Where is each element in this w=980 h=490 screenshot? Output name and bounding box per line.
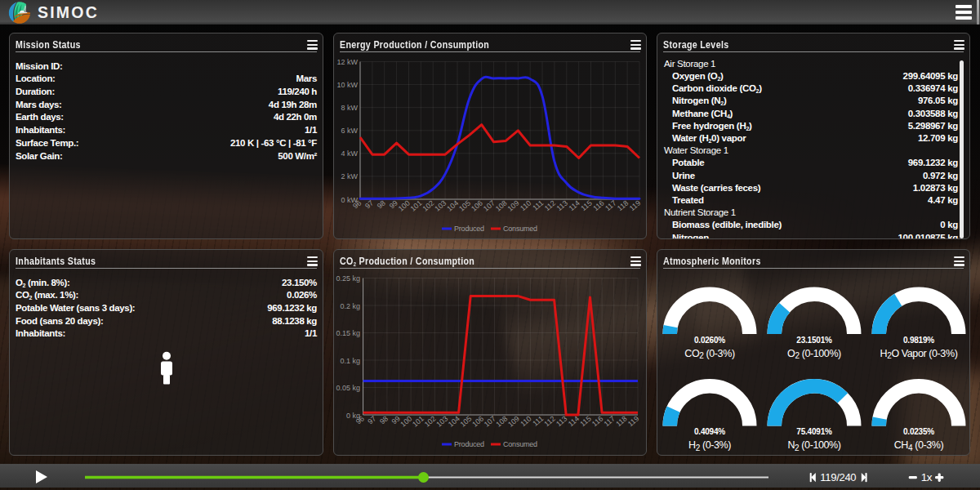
svg-text:75.4091%: 75.4091% bbox=[796, 427, 832, 436]
svg-text:Produced: Produced bbox=[454, 440, 484, 448]
svg-text:119: 119 bbox=[628, 198, 642, 212]
svg-text:0.0260%: 0.0260% bbox=[694, 336, 725, 345]
svg-text:98: 98 bbox=[378, 414, 390, 425]
svg-text:H2O Vapor (0-3%): H2O Vapor (0-3%) bbox=[880, 348, 958, 361]
svg-text:119: 119 bbox=[626, 414, 640, 428]
svg-text:12 kW: 12 kW bbox=[336, 58, 358, 66]
svg-text:119/240: 119/240 bbox=[820, 471, 856, 483]
svg-text:0.15 kg: 0.15 kg bbox=[336, 329, 360, 337]
svg-text:97: 97 bbox=[366, 414, 377, 425]
svg-text:Consumed: Consumed bbox=[503, 440, 537, 448]
svg-text:0.9819%: 0.9819% bbox=[903, 336, 934, 345]
svg-text:0.0235%: 0.0235% bbox=[903, 427, 934, 436]
svg-text:H2 (0-3%): H2 (0-3%) bbox=[688, 439, 731, 452]
svg-text:CO2 (0-3%): CO2 (0-3%) bbox=[684, 348, 735, 361]
svg-text:0.4094%: 0.4094% bbox=[694, 427, 725, 436]
svg-text:CH4 (0-3%): CH4 (0-3%) bbox=[894, 439, 944, 452]
svg-text:N2 (0-100%): N2 (0-100%) bbox=[787, 439, 840, 452]
svg-text:0.05 kg: 0.05 kg bbox=[336, 384, 360, 392]
svg-text:Produced: Produced bbox=[454, 225, 484, 233]
svg-text:10 kW: 10 kW bbox=[336, 81, 358, 89]
svg-text:Consumed: Consumed bbox=[503, 225, 537, 233]
svg-text:O2 (0-100%): O2 (0-100%) bbox=[787, 348, 841, 361]
svg-text:0.1 kg: 0.1 kg bbox=[340, 357, 360, 365]
svg-text:2 kW: 2 kW bbox=[341, 172, 358, 180]
svg-text:4 kW: 4 kW bbox=[341, 149, 358, 158]
svg-text:0.2 kg: 0.2 kg bbox=[340, 302, 360, 310]
svg-text:97: 97 bbox=[363, 198, 375, 210]
svg-text:23.1501%: 23.1501% bbox=[796, 336, 832, 345]
svg-text:6 kW: 6 kW bbox=[341, 127, 358, 135]
svg-text:0.25 kg: 0.25 kg bbox=[336, 274, 360, 283]
svg-text:8 kW: 8 kW bbox=[341, 104, 358, 112]
svg-text:98: 98 bbox=[376, 198, 387, 210]
svg-text:1x: 1x bbox=[921, 471, 933, 483]
